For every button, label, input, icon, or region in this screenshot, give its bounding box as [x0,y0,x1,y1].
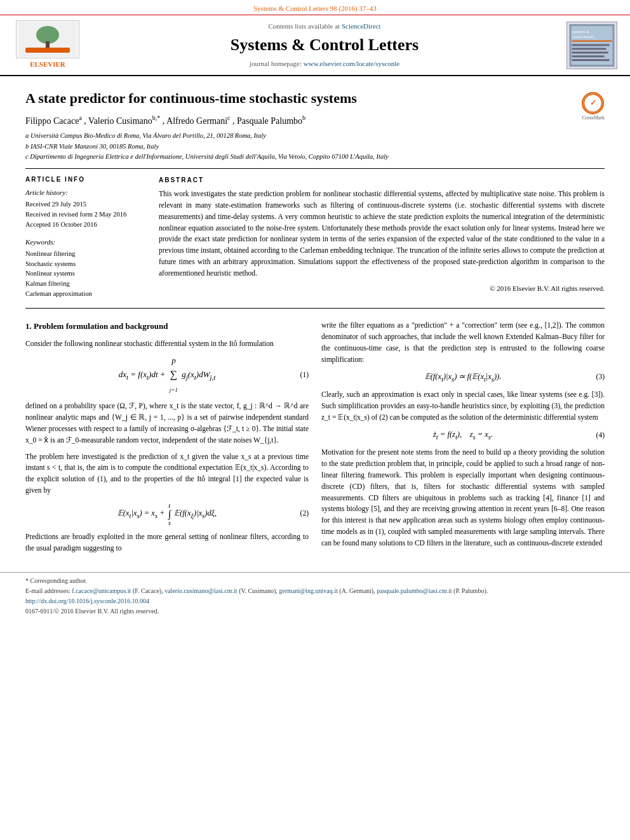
journal-name: Systems & Control Letters [89,34,560,57]
affiliation-a: a Università Campus Bio-Medico di Roma, … [25,131,605,141]
equation-2-block: 𝔼(xt|xs) = xs + t ∫ s 𝔼(f(xξ)|xs)dξ, (2) [25,502,309,526]
body-col2-p3: Motivation for the present note stems fr… [321,447,605,549]
eq4-number: (4) [596,430,605,441]
equation-1-block: dxt = f(xt)dt + p ∑ j=1 gj(xt)dWj,t (1) [25,354,309,396]
author-a-sup: a [79,114,81,121]
email3-link[interactable]: germani@ing.univaq.it [279,587,338,594]
body-col1-p3: The problem here investigated is the pre… [25,451,309,497]
body-col1-p1: Consider the following nonlinear stochas… [25,338,309,350]
email2-link[interactable]: valerio.cusimano@iasi.cnr.it [164,587,237,594]
eq2-number: (2) [300,509,309,520]
affiliation-c: c Dipartimento di Ingegneria Elettrica e… [25,152,605,162]
keyword-3: Nonlinear systems [25,269,140,279]
affiliation-b: b IASI-CNR Viale Manzoni 30, 00185 Roma,… [25,142,605,152]
revised-date: Received in revised form 2 May 2016 [25,210,140,220]
article-info-row: ARTICLE INFO Article history: Received 2… [25,175,605,299]
doi-footnote: http://dx.doi.org/10.1016/j.sysconle.201… [25,597,605,606]
svg-text:systems &: systems & [572,29,589,33]
divider-1 [25,168,605,169]
sciencedirect-anchor[interactable]: ScienceDirect [342,22,381,30]
issn-line: 0167-6911/© 2016 Elsevier B.V. All right… [25,607,605,616]
eq3-number: (3) [596,372,605,383]
crossmark-label: CrossMark [582,114,605,121]
history-label: Article history: [25,188,140,197]
body-columns: 1. Problem formulation and background Co… [25,320,605,559]
body-col-left: 1. Problem formulation and background Co… [25,320,309,559]
article-area: ✓ CrossMark A state predictor for contin… [0,76,630,572]
journal-header: ELSEVIER Contents lists available at Sci… [0,15,630,76]
crossmark-icon: ✓ [582,92,604,114]
author-cusimano: , Valerio Cusimano [84,116,152,125]
journal-homepage-link[interactable]: www.elsevier.com/locate/sysconle [304,60,399,67]
svg-rect-11 [572,51,608,53]
equation-4: żt = f(zt), zs = xs. [433,430,493,439]
article-title: A state predictor for continuous-time st… [25,89,605,109]
journal-cover-thumbnail: systems & control letters [566,22,617,69]
abstract-text: This work investigates the state predict… [159,189,605,279]
author-germani: , Alfredo Germani [163,116,227,125]
svg-rect-13 [572,59,609,61]
journal-citation-bar: Systems & Control Letters 98 (2016) 37–4… [0,0,630,15]
email-footnote: E-mail addresses: f.cacace@unicampus.it … [25,587,605,596]
equation-4-block: żt = f(zt), zs = xs. (4) [321,429,605,443]
copyright-line: © 2016 Elsevier B.V. All rights reserved… [159,283,605,294]
affiliations: a Università Campus Bio-Medico di Roma, … [25,131,605,162]
sciencedirect-link: Contents lists available at ScienceDirec… [89,22,560,31]
svg-rect-12 [572,55,604,57]
svg-point-1 [36,26,59,44]
keywords-label: Keywords: [25,237,140,247]
eq1-number: (1) [300,370,309,381]
svg-text:✓: ✓ [590,99,596,107]
author-cacace: Filippo Cacace [25,116,79,125]
footer-area: * Corresponding author. E-mail addresses… [0,572,630,621]
equation-3-block: 𝔼(f(xt)|xs) ≃ f(𝔼(xt|xs)). (3) [321,371,605,385]
svg-rect-3 [25,48,70,53]
email4-link[interactable]: pasquale.palumbo@iasi.cnr.it [377,587,452,594]
equation-2: 𝔼(xt|xs) = xs + t ∫ s 𝔼(f(xξ)|xs)dξ, [117,509,217,517]
abstract-title: ABSTRACT [159,175,605,185]
keyword-5: Carleman approximation [25,290,140,299]
keywords-section: Keywords: Nonlinear filtering Stochastic… [25,237,140,299]
article-info-col: ARTICLE INFO Article history: Received 2… [25,175,140,299]
keyword-2: Stochastic systems [25,260,140,269]
authors-line: Filippo Cacacea , Valerio Cusimanob,* , … [25,114,605,127]
article-info-title: ARTICLE INFO [25,175,140,184]
equation-3: 𝔼(f(xt)|xs) ≃ f(𝔼(xt|xs)). [425,372,502,381]
svg-rect-8 [572,40,612,41]
crossmark-container: ✓ CrossMark [582,92,605,121]
keyword-4: Kalman filtering [25,279,140,289]
author-c-sup: c [227,114,230,121]
author-b2-sup: b [302,114,305,121]
body-col-right: write the filter equations as a "predict… [321,320,605,559]
keyword-1: Nonlinear filtering [25,250,140,259]
body-col2-p1: write the filter equations as a "predict… [321,320,605,365]
elsevier-logo: ELSEVIER [13,20,83,69]
body-col2-p2: Clearly, such an approximation is exact … [321,389,605,423]
author-palumbo: , Pasquale Palumbo [232,116,302,125]
svg-rect-10 [572,48,606,50]
corresponding-author-note: * Corresponding author. [25,577,605,585]
journal-homepage: journal homepage: www.elsevier.com/locat… [89,59,560,69]
doi-link[interactable]: http://dx.doi.org/10.1016/j.sysconle.201… [25,597,149,604]
body-col1-p4: Predictions are broadly exploited in the… [25,531,309,554]
equation-1: dxt = f(xt)dt + p ∑ j=1 gj(xt)dWj,t [119,370,216,379]
elsevier-logo-image [16,20,79,58]
abstract-col: ABSTRACT This work investigates the stat… [159,175,605,299]
page: Systems & Control Letters 98 (2016) 37–4… [0,0,630,840]
author-b-sup: b,* [152,114,161,121]
received-date: Received 29 July 2015 [25,200,140,210]
divider-2 [25,308,605,309]
journal-title-center: Contents lists available at ScienceDirec… [89,22,560,69]
svg-rect-9 [572,44,609,46]
body-col1-p2: defined on a probability space (Ω, ℱ, P)… [25,401,309,446]
svg-text:control letters: control letters [572,34,594,38]
elsevier-label: ELSEVIER [30,60,65,69]
accepted-date: Accepted 16 October 2016 [25,220,140,230]
journal-citation-text: Systems & Control Letters 98 (2016) 37–4… [253,4,377,12]
email1-link[interactable]: f.cacace@unicampus.it [72,587,131,594]
section1-heading: 1. Problem formulation and background [25,320,309,333]
